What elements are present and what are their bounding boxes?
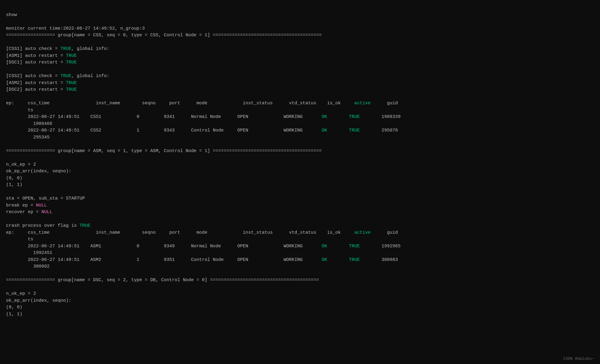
recover-ep-asm: recover ep = NULL [6,210,52,215]
dsc1-auto-restart: [DSC1] auto restart = TRUE [6,60,77,65]
asm-table-subheader: ts [6,237,33,242]
asm2-row: 2022-06-27 14:49:51 ASM2 1 9351 Control … [6,257,398,262]
css-table-subheader: ts [6,108,33,113]
terminal-output: show monitor current time:2022-06-27 14:… [6,5,594,318]
css1-row: 2022-06-27 14:49:51 CSS1 0 9341 Normal N… [6,114,401,119]
css1-auto-check: [CSS1] auto check = TRUE, global info: [6,46,109,51]
asm1-guid-cont: 1992451 [6,250,52,255]
asm-table-header: ep: css_time inst_name seqno port mode i… [6,230,398,235]
ok-ep-idx-1-dsc: (1, 1) [6,312,22,317]
ok-ep-idx-0-dsc: (0, 0) [6,305,22,310]
watermark: CSDN @ablubu~ [563,356,594,361]
sep-dsc: ================== group[name = DSC, seq… [6,278,319,283]
crash-flag-asm: crash process over flag is TRUE [6,223,90,228]
css2-row: 2022-06-27 14:49:51 CSS2 1 9343 Control … [6,128,398,133]
break-ep-asm: break ep = NULL [6,203,47,208]
asm1-auto-restart: [ASM1] auto restart = TRUE [6,53,77,58]
sep-asm: ================== group[name = ASM, seq… [6,148,322,154]
ok-ep-arr-asm: ok_ep_arr(index, seqno): [6,169,71,174]
show-cmd: show [6,12,17,18]
n-ok-ep-dsc: n_ok_ep = 2 [6,291,36,296]
ok-ep-idx-0-asm: (0, 0) [6,176,22,181]
asm2-auto-restart: [ASM2] auto restart = TRUE [6,80,77,86]
dsc2-auto-restart: [DSC2] auto restart = TRUE [6,87,77,92]
asm2-guid-cont: 300602 [6,264,50,269]
n-ok-ep-asm: n_ok_ep = 2 [6,162,36,167]
sta-asm: sta = OPEN, sub_sta = STARTUP [6,196,85,201]
css2-auto-check: [CSS2] auto check = TRUE, global info: [6,73,109,79]
monitor-time: monitor current time:2022-06-27 14:49:52… [6,26,145,31]
css2-guid-cont: 295345 [6,135,50,140]
asm1-row: 2022-06-27 14:49:51 ASM1 0 9349 Normal N… [6,244,401,249]
ok-ep-idx-1-asm: (1, 1) [6,182,22,187]
css1-guid-cont: 1988466 [6,121,52,126]
ok-ep-arr-dsc: ok_ep_arr(index, seqno): [6,298,71,303]
sep-css: ================== group[name = CSS, seq… [6,33,322,38]
css-table-header: ep: css_time inst_name seqno port mode i… [6,101,398,106]
